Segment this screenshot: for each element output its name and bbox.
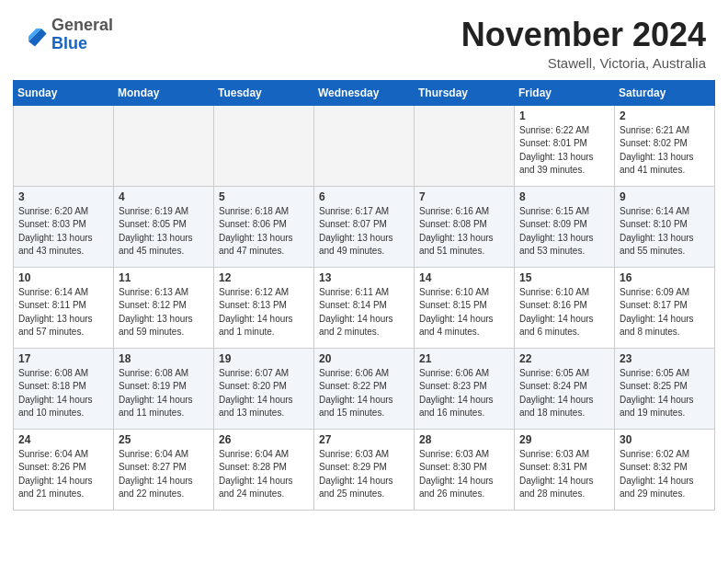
day-cell: 11Sunrise: 6:13 AMSunset: 8:12 PMDayligh…: [114, 267, 214, 348]
day-cell: 29Sunrise: 6:03 AMSunset: 8:31 PMDayligh…: [515, 429, 615, 510]
day-info: Sunrise: 6:15 AMSunset: 8:09 PMDaylight:…: [519, 205, 609, 259]
weekday-header-sunday: Sunday: [14, 80, 114, 105]
title-block: November 2024 Stawell, Victoria, Austral…: [461, 17, 706, 71]
day-cell: 3Sunrise: 6:20 AMSunset: 8:03 PMDaylight…: [14, 186, 114, 267]
title-month: November 2024: [461, 17, 706, 53]
day-info: Sunrise: 6:07 AMSunset: 8:20 PMDaylight:…: [219, 367, 309, 420]
day-info: Sunrise: 6:02 AMSunset: 8:32 PMDaylight:…: [620, 448, 710, 501]
day-cell: 25Sunrise: 6:04 AMSunset: 8:27 PMDayligh…: [114, 429, 214, 510]
day-cell: 9Sunrise: 6:14 AMSunset: 8:10 PMDaylight…: [615, 186, 715, 267]
day-cell: 26Sunrise: 6:04 AMSunset: 8:28 PMDayligh…: [214, 429, 314, 510]
day-info: Sunrise: 6:13 AMSunset: 8:12 PMDaylight:…: [119, 286, 209, 339]
day-number: 13: [319, 271, 409, 284]
day-number: 30: [620, 433, 710, 446]
day-number: 25: [119, 433, 209, 446]
day-info: Sunrise: 6:04 AMSunset: 8:27 PMDaylight:…: [119, 448, 209, 501]
weekday-row: SundayMondayTuesdayWednesdayThursdayFrid…: [14, 80, 715, 105]
day-info: Sunrise: 6:06 AMSunset: 8:22 PMDaylight:…: [319, 367, 409, 420]
day-number: 29: [519, 433, 609, 446]
day-info: Sunrise: 6:03 AMSunset: 8:30 PMDaylight:…: [419, 448, 509, 501]
day-number: 28: [419, 433, 509, 446]
day-number: 10: [18, 271, 108, 284]
day-info: Sunrise: 6:16 AMSunset: 8:08 PMDaylight:…: [419, 205, 509, 259]
day-cell: 28Sunrise: 6:03 AMSunset: 8:30 PMDayligh…: [415, 429, 515, 510]
day-number: 24: [18, 433, 108, 446]
weekday-header-saturday: Saturday: [615, 80, 715, 105]
day-cell: 24Sunrise: 6:04 AMSunset: 8:26 PMDayligh…: [14, 429, 114, 510]
day-info: Sunrise: 6:04 AMSunset: 8:28 PMDaylight:…: [219, 448, 309, 501]
day-number: 20: [319, 352, 409, 365]
day-number: 5: [219, 190, 309, 203]
day-number: 23: [620, 352, 710, 365]
day-info: Sunrise: 6:03 AMSunset: 8:31 PMDaylight:…: [519, 448, 609, 501]
calendar-header: SundayMondayTuesdayWednesdayThursdayFrid…: [14, 80, 715, 105]
day-cell: 1Sunrise: 6:22 AMSunset: 8:01 PMDaylight…: [515, 105, 615, 186]
calendar-body: 1Sunrise: 6:22 AMSunset: 8:01 PMDaylight…: [14, 105, 715, 510]
day-cell: 12Sunrise: 6:12 AMSunset: 8:13 PMDayligh…: [214, 267, 314, 348]
day-number: 7: [419, 190, 509, 203]
day-cell: 8Sunrise: 6:15 AMSunset: 8:09 PMDaylight…: [515, 186, 615, 267]
day-number: 8: [519, 190, 609, 203]
day-cell: 4Sunrise: 6:19 AMSunset: 8:05 PMDaylight…: [114, 186, 214, 267]
day-cell: 23Sunrise: 6:05 AMSunset: 8:25 PMDayligh…: [615, 348, 715, 429]
day-number: 9: [620, 190, 710, 203]
weekday-header-friday: Friday: [515, 80, 615, 105]
logo-blue: Blue: [51, 34, 87, 52]
weekday-header-thursday: Thursday: [415, 80, 515, 105]
day-cell: 16Sunrise: 6:09 AMSunset: 8:17 PMDayligh…: [615, 267, 715, 348]
day-cell: 20Sunrise: 6:06 AMSunset: 8:22 PMDayligh…: [314, 348, 415, 429]
day-cell: 19Sunrise: 6:07 AMSunset: 8:20 PMDayligh…: [214, 348, 314, 429]
day-cell: 22Sunrise: 6:05 AMSunset: 8:24 PMDayligh…: [515, 348, 615, 429]
day-number: 26: [219, 433, 309, 446]
day-cell: 5Sunrise: 6:18 AMSunset: 8:06 PMDaylight…: [214, 186, 314, 267]
day-info: Sunrise: 6:14 AMSunset: 8:11 PMDaylight:…: [18, 286, 108, 339]
day-info: Sunrise: 6:09 AMSunset: 8:17 PMDaylight:…: [620, 286, 710, 339]
day-number: 2: [620, 109, 710, 122]
day-info: Sunrise: 6:22 AMSunset: 8:01 PMDaylight:…: [519, 124, 609, 178]
day-info: Sunrise: 6:21 AMSunset: 8:02 PMDaylight:…: [620, 124, 710, 178]
week-row-1: 3Sunrise: 6:20 AMSunset: 8:03 PMDaylight…: [14, 186, 715, 267]
day-cell: [415, 105, 515, 186]
day-info: Sunrise: 6:17 AMSunset: 8:07 PMDaylight:…: [319, 205, 409, 259]
logo-text: General Blue: [51, 17, 113, 53]
day-info: Sunrise: 6:05 AMSunset: 8:25 PMDaylight:…: [620, 367, 710, 420]
weekday-header-wednesday: Wednesday: [314, 80, 415, 105]
day-number: 19: [219, 352, 309, 365]
day-cell: 30Sunrise: 6:02 AMSunset: 8:32 PMDayligh…: [615, 429, 715, 510]
day-info: Sunrise: 6:04 AMSunset: 8:26 PMDaylight:…: [18, 448, 108, 501]
day-number: 6: [319, 190, 409, 203]
day-info: Sunrise: 6:10 AMSunset: 8:16 PMDaylight:…: [519, 286, 609, 339]
week-row-3: 17Sunrise: 6:08 AMSunset: 8:18 PMDayligh…: [14, 348, 715, 429]
day-info: Sunrise: 6:14 AMSunset: 8:10 PMDaylight:…: [620, 205, 710, 259]
day-number: 12: [219, 271, 309, 284]
day-info: Sunrise: 6:05 AMSunset: 8:24 PMDaylight:…: [519, 367, 609, 420]
day-number: 21: [419, 352, 509, 365]
day-cell: [114, 105, 214, 186]
day-cell: 13Sunrise: 6:11 AMSunset: 8:14 PMDayligh…: [314, 267, 415, 348]
day-info: Sunrise: 6:18 AMSunset: 8:06 PMDaylight:…: [219, 205, 309, 259]
day-info: Sunrise: 6:08 AMSunset: 8:18 PMDaylight:…: [18, 367, 108, 420]
day-info: Sunrise: 6:11 AMSunset: 8:14 PMDaylight:…: [319, 286, 409, 339]
day-number: 1: [519, 109, 609, 122]
week-row-0: 1Sunrise: 6:22 AMSunset: 8:01 PMDaylight…: [14, 105, 715, 186]
day-number: 18: [119, 352, 209, 365]
header: General Blue November 2024 Stawell, Vict…: [0, 0, 728, 80]
day-info: Sunrise: 6:12 AMSunset: 8:13 PMDaylight:…: [219, 286, 309, 339]
day-cell: 27Sunrise: 6:03 AMSunset: 8:29 PMDayligh…: [314, 429, 415, 510]
day-info: Sunrise: 6:08 AMSunset: 8:19 PMDaylight:…: [119, 367, 209, 420]
day-cell: [214, 105, 314, 186]
day-cell: 6Sunrise: 6:17 AMSunset: 8:07 PMDaylight…: [314, 186, 415, 267]
day-number: 22: [519, 352, 609, 365]
day-number: 14: [419, 271, 509, 284]
day-number: 11: [119, 271, 209, 284]
day-info: Sunrise: 6:06 AMSunset: 8:23 PMDaylight:…: [419, 367, 509, 420]
day-info: Sunrise: 6:10 AMSunset: 8:15 PMDaylight:…: [419, 286, 509, 339]
day-cell: [14, 105, 114, 186]
day-cell: 2Sunrise: 6:21 AMSunset: 8:02 PMDaylight…: [615, 105, 715, 186]
calendar: SundayMondayTuesdayWednesdayThursdayFrid…: [0, 80, 728, 563]
day-cell: 10Sunrise: 6:14 AMSunset: 8:11 PMDayligh…: [14, 267, 114, 348]
day-number: 4: [119, 190, 209, 203]
day-cell: 14Sunrise: 6:10 AMSunset: 8:15 PMDayligh…: [415, 267, 515, 348]
day-number: 27: [319, 433, 409, 446]
day-cell: 7Sunrise: 6:16 AMSunset: 8:08 PMDaylight…: [415, 186, 515, 267]
